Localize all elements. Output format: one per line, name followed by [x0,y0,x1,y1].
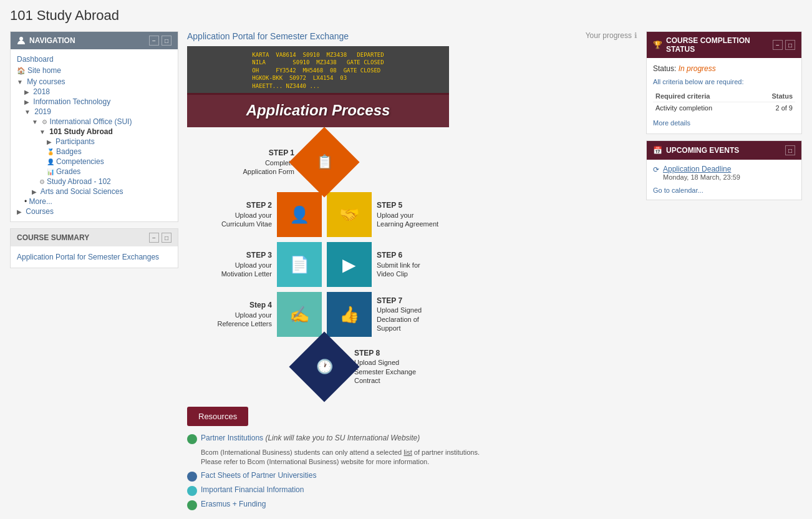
step2-desc: Upload your Curriculum Vitae [221,211,272,228]
step1-number: STEP 1 [232,148,294,158]
completion-expand-btn[interactable]: □ [785,40,795,50]
step8-diamond: 🕐 [289,331,359,402]
nav-badges[interactable]: Badges [56,147,82,156]
status-value: In progress [679,64,716,73]
resource-icon-2 [187,472,197,482]
nav-participants[interactable]: Participants [56,137,95,146]
progress-info-icon: ℹ [634,31,637,40]
upcoming-events-block: 📅 UPCOMING EVENTS □ ⟳ Application Deadli… [646,140,802,200]
resources-section: Resources Partner Institutions (Link wil… [187,407,499,510]
step8-icon: 🕐 [316,359,333,375]
step4-label: Step 4 Upload your Reference Letters [210,301,272,328]
grades-icon: 📊 [47,168,54,175]
resource-item-4: Erasmus + Funding [187,500,499,510]
step6-desc: Submit link for Video Clip [377,261,420,278]
events-expand-btn[interactable]: □ [785,145,795,155]
nav-expand-btn[interactable]: □ [162,36,172,46]
nav-my-courses[interactable]: My courses [27,77,65,86]
nav-more[interactable]: More... [29,197,52,206]
criteria-note: All criteria below are required: [653,78,795,85]
main-content: Application Portal for Semester Exchange… [178,31,646,514]
step5-number: STEP 5 [377,201,439,211]
criteria-table: Required criteria Status Activity comple… [653,90,795,114]
nav-study-abroad-101[interactable]: 101 Study Abroad [49,127,113,136]
step7-desc: Upload Signed Declaration of Support [377,306,422,332]
right-sidebar: 🏆 COURSE COMPLETION STATUS − □ Status: I… [646,31,802,200]
your-progress: Your progress ℹ [586,31,637,40]
nav-intl-office[interactable]: International Office (SUI) [50,117,132,126]
resource-icon-3 [187,486,197,496]
step7-number: STEP 7 [377,296,439,306]
svg-point-0 [19,37,23,41]
your-progress-label: Your progress [586,31,632,40]
activity-completion-value: 2 of 9 [753,102,795,114]
person-icon [17,36,26,45]
step1-diamond: 📋 [289,127,359,197]
nav-header-label: NAVIGATION [29,36,75,45]
nav-info-tech[interactable]: Information Technology [33,97,110,106]
more-icon: • [24,197,27,206]
course-summary-title: COURSE SUMMARY [17,233,89,242]
course-summary-block: COURSE SUMMARY − □ Application Portal fo… [10,228,178,268]
step8-number: STEP 8 [354,349,417,359]
hero-title-bar: Application Process [187,93,449,127]
nav-grades[interactable]: Grades [56,167,80,176]
completion-status-block: 🏆 COURSE COMPLETION STATUS − □ Status: I… [646,31,802,134]
study102-icon: ⚙ [39,178,45,185]
resource-item-2: Fact Sheets of Partner Universities [187,471,499,482]
completion-collapse-btn[interactable]: − [773,40,783,50]
step1-label: STEP 1 Complete Application Form [232,148,294,176]
resource-link-2[interactable]: Fact Sheets of Partner Universities [201,471,316,480]
event-item-1: ⟳ Application Deadline Monday, 18 March,… [653,165,795,181]
resource-icon-1 [187,434,197,444]
upcoming-events-header: 📅 UPCOMING EVENTS □ [647,141,801,160]
resource-desc-1: Bcom (International Business) students c… [201,448,499,467]
resources-button[interactable]: Resources [187,407,248,426]
step5-icon: 🤝 [327,192,372,237]
resource-item-3: Important Financial Information [187,485,499,496]
more-details-link[interactable]: More details [653,119,690,127]
step2-label: STEP 2 Upload your Curriculum Vitae [210,201,272,228]
portal-title-link[interactable]: Application Portal for Semester Exchange [187,31,349,41]
nav-2019[interactable]: 2019 [34,107,51,116]
nav-competencies[interactable]: Competencies [56,157,104,166]
status-line: Status: In progress [653,64,795,73]
step2-number: STEP 2 [210,201,272,211]
step4-icon: ✍️ [277,292,322,337]
nav-header: NAVIGATION − □ [11,32,178,49]
nav-arts-social[interactable]: Arts and Social Sciences [41,187,123,196]
event-date: Monday, 18 March, 23:59 [663,173,740,181]
page-title: 101 Study Abroad [0,0,812,31]
step3-desc: Upload your Motivation Letter [221,261,272,278]
step8-label: STEP 8 Upload Signed Semester Exchange C… [354,349,417,385]
navigation-block: NAVIGATION − □ Dashboard 🏠 Site home ▼ M… [10,31,178,222]
step5-label: STEP 5 Upload your Learning Agreement [377,201,439,228]
cs-expand-btn[interactable]: □ [162,233,172,243]
course-summary-header: COURSE SUMMARY − □ [11,229,178,246]
resource-link-3[interactable]: Important Financial Information [201,485,304,494]
badge-icon: 🏅 [47,148,54,155]
hero-title-text: Application Process [246,102,390,119]
course-summary-link[interactable]: Application Portal for Semester Exchange… [17,253,159,261]
step1-icon: 📋 [316,154,333,170]
go-calendar-link[interactable]: Go to calendar... [653,187,703,194]
resource-link-1[interactable]: Partner Institutions (Link will take you… [201,434,420,442]
nav-2018[interactable]: 2018 [33,87,50,96]
nav-courses[interactable]: Courses [26,207,54,216]
col-status: Status [753,90,795,102]
cs-collapse-btn[interactable]: − [149,233,159,243]
event-title-link[interactable]: Application Deadline [663,165,731,173]
step8-desc: Upload Signed Semester Exchange Contract [354,359,416,384]
resource-link-4[interactable]: Erasmus + Funding [201,500,266,508]
nav-site-home[interactable]: Site home [27,66,61,75]
step5-desc: Upload your Learning Agreement [377,211,438,228]
nav-study-abroad-102[interactable]: Study Abroad - 102 [47,177,111,186]
nav-dashboard[interactable]: Dashboard [17,55,54,64]
step6-number: STEP 6 [377,251,439,261]
completion-icon: 🏆 [653,41,662,49]
col-criteria: Required criteria [653,90,753,102]
completion-status-header: 🏆 COURSE COMPLETION STATUS − □ [647,32,801,58]
nav-collapse-btn[interactable]: − [149,36,159,46]
resource-icon-4 [187,500,197,510]
events-body: ⟳ Application Deadline Monday, 18 March,… [647,160,801,200]
